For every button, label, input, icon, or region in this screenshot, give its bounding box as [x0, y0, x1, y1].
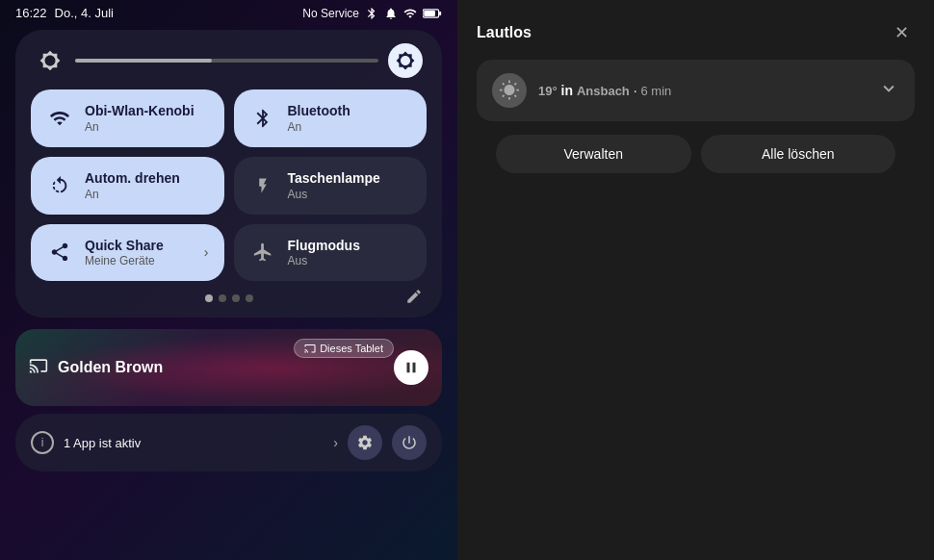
- tile-wifi[interactable]: Obi-Wlan-Kenobi An: [31, 89, 224, 147]
- weather-notification-card[interactable]: 19° in Ansbach · 6 min: [477, 60, 915, 121]
- svg-rect-1: [424, 11, 435, 16]
- tile-airplane-text: Flugmodus Aus: [288, 238, 360, 268]
- quick-settings-panel: 16:22 Do., 4. Juli No Service: [0, 0, 457, 560]
- edit-tiles-button[interactable]: [405, 288, 423, 309]
- notifications-panel: Lautlos ✕ 19° in Ansbach · 6 min Verwalt: [457, 0, 934, 560]
- brightness-slider[interactable]: [75, 59, 378, 63]
- media-device-badge: Dieses Tablet: [294, 339, 394, 358]
- tile-flashlight[interactable]: Taschenlampe Aus: [234, 157, 428, 215]
- clear-all-button[interactable]: Alle löschen: [701, 135, 896, 173]
- tile-flashlight-text: Taschenlampe Aus: [288, 170, 380, 201]
- media-info: Golden Brown: [58, 359, 394, 376]
- time-display: 16:22: [15, 6, 47, 20]
- flashlight-tile-icon: [249, 172, 276, 199]
- tile-quickshare-subtitle: Meine Geräte: [85, 254, 164, 267]
- weather-notification-text: 19° in Ansbach · 6 min: [538, 83, 867, 98]
- pause-button[interactable]: [394, 350, 428, 385]
- active-apps-arrow[interactable]: ›: [333, 435, 338, 450]
- settings-button[interactable]: [348, 425, 382, 460]
- weather-city: Ansbach: [577, 84, 630, 98]
- tile-quickshare[interactable]: Quick Share Meine Geräte ›: [31, 224, 224, 282]
- media-player-card[interactable]: Golden Brown Dieses Tablet: [15, 329, 442, 406]
- media-title: Golden Brown: [58, 359, 394, 376]
- tile-wifi-title: Obi-Wlan-Kenobi: [85, 103, 195, 119]
- status-bar: 16:22 Do., 4. Juli No Service: [0, 0, 457, 26]
- bluetooth-status-icon: [365, 7, 378, 20]
- brightness-fill: [75, 59, 212, 63]
- battery-status-icon: [423, 8, 442, 19]
- power-button[interactable]: [392, 425, 427, 460]
- tile-bluetooth-title: Bluetooth: [288, 103, 350, 119]
- tile-rotate-text: Autom. drehen An: [85, 170, 180, 201]
- network-status: No Service: [302, 7, 359, 20]
- info-icon: i: [31, 431, 54, 454]
- wifi-status-icon: [403, 7, 417, 20]
- tile-quickshare-arrow: ›: [204, 244, 209, 260]
- tiles-grid: Obi-Wlan-Kenobi An Bluetooth An: [31, 89, 427, 281]
- notification-panel-title: Lautlos: [477, 24, 532, 41]
- notification-action-buttons: Verwalten Alle löschen: [477, 135, 915, 173]
- media-device-label: Dieses Tablet: [320, 343, 383, 354]
- dot-3: [232, 294, 240, 302]
- status-right: No Service: [302, 7, 442, 20]
- tile-airplane-title: Flugmodus: [288, 238, 360, 254]
- active-apps-bar: i 1 App ist aktiv ›: [15, 414, 442, 471]
- wifi-tile-icon: [46, 105, 73, 132]
- date-display: Do., 4. Juli: [55, 6, 114, 20]
- expand-notification-button[interactable]: [878, 78, 899, 104]
- quick-settings-container: Obi-Wlan-Kenobi An Bluetooth An: [15, 30, 442, 318]
- weather-icon: [492, 73, 527, 108]
- weather-temp: 19°: [538, 84, 558, 98]
- media-controls: [394, 350, 428, 385]
- status-left: 16:22 Do., 4. Juli: [15, 6, 114, 20]
- tile-airplane[interactable]: Flugmodus Aus: [234, 224, 428, 282]
- dot-4: [246, 294, 253, 302]
- quickshare-tile-icon: [46, 239, 73, 266]
- active-apps-text: 1 App ist aktiv: [64, 436, 324, 450]
- tile-rotate-subtitle: An: [85, 188, 180, 201]
- tile-airplane-subtitle: Aus: [288, 254, 360, 267]
- media-content: Golden Brown Dieses Tablet: [15, 329, 442, 406]
- tile-bluetooth[interactable]: Bluetooth An: [234, 89, 428, 147]
- notification-header: Lautlos ✕: [477, 19, 915, 46]
- svg-rect-2: [439, 11, 441, 14]
- notification-container: Lautlos ✕ 19° in Ansbach · 6 min Verwalt: [457, 0, 934, 173]
- rotate-tile-icon: [46, 172, 73, 199]
- cast-icon: [29, 356, 48, 379]
- tile-wifi-subtitle: An: [85, 120, 195, 134]
- brightness-row: [31, 43, 427, 78]
- bottom-action-icons: [348, 425, 427, 460]
- tile-rotate-title: Autom. drehen: [85, 170, 180, 187]
- brightness-low-icon: [35, 45, 65, 76]
- brightness-high-icon[interactable]: [388, 43, 423, 78]
- airplane-tile-icon: [249, 239, 276, 266]
- tile-flashlight-subtitle: Aus: [288, 188, 380, 201]
- dot-2: [219, 294, 226, 302]
- tile-flashlight-title: Taschenlampe: [288, 170, 380, 187]
- pagination-row: [31, 294, 427, 302]
- pagination-dots: [205, 294, 253, 302]
- manage-button[interactable]: Verwalten: [496, 135, 691, 173]
- tile-bluetooth-subtitle: An: [288, 120, 350, 134]
- dot-1: [205, 294, 213, 302]
- tile-bluetooth-text: Bluetooth An: [288, 103, 350, 134]
- tile-quickshare-text: Quick Share Meine Geräte: [85, 238, 164, 268]
- close-notifications-button[interactable]: ✕: [888, 19, 915, 46]
- weather-time-ago: 6 min: [640, 84, 671, 98]
- bell-status-icon: [384, 7, 398, 20]
- bluetooth-tile-icon: [249, 105, 276, 132]
- tile-quickshare-title: Quick Share: [85, 238, 164, 254]
- tile-wifi-text: Obi-Wlan-Kenobi An: [85, 103, 195, 134]
- tile-rotate[interactable]: Autom. drehen An: [31, 157, 224, 215]
